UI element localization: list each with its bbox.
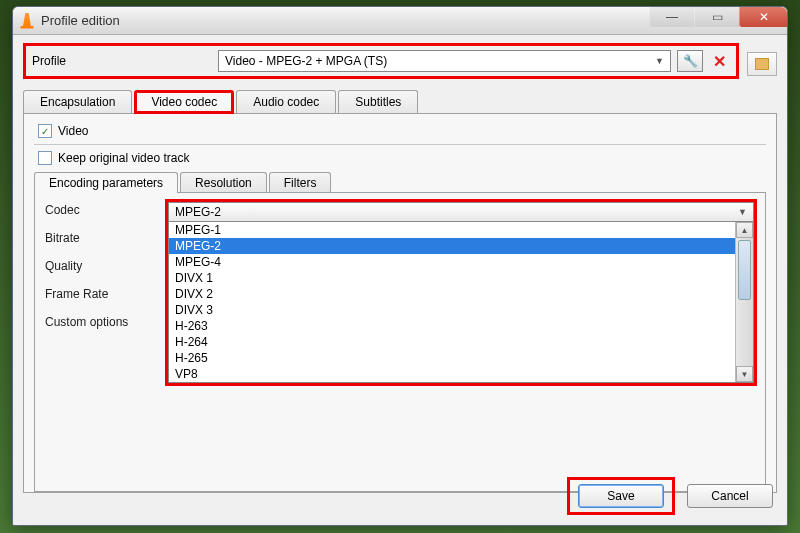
form-labels: Codec Bitrate Quality Frame Rate Custom … xyxy=(45,203,128,329)
subtab-encoding[interactable]: Encoding parameters xyxy=(34,172,178,193)
framerate-label: Frame Rate xyxy=(45,287,128,301)
scroll-track[interactable] xyxy=(736,302,753,366)
tab-audio-codec[interactable]: Audio codec xyxy=(236,90,336,114)
video-checkbox-label: Video xyxy=(58,124,88,138)
codec-option[interactable]: H-264 xyxy=(169,334,735,350)
scroll-down-button[interactable]: ▼ xyxy=(736,366,753,382)
cancel-button[interactable]: Cancel xyxy=(687,484,773,508)
profile-selected-text: Video - MPEG-2 + MPGA (TS) xyxy=(225,54,387,68)
video-codec-panel: Video Keep original video track Encoding… xyxy=(23,113,777,493)
chevron-down-icon: ▼ xyxy=(655,56,664,66)
codec-select[interactable]: MPEG-2 ▼ xyxy=(168,202,754,222)
scroll-up-button[interactable]: ▲ xyxy=(736,222,753,238)
delete-profile-button[interactable]: ✕ xyxy=(709,52,730,71)
tab-encapsulation[interactable]: Encapsulation xyxy=(23,90,132,114)
new-profile-icon xyxy=(755,58,769,70)
profile-edition-window: Profile edition — ▭ ✕ Profile Video - MP… xyxy=(12,6,788,526)
codec-selected-text: MPEG-2 xyxy=(175,205,221,219)
codec-option[interactable]: H-265 xyxy=(169,350,735,366)
profile-row: Profile Video - MPEG-2 + MPGA (TS) ▼ 🔧 ✕ xyxy=(23,43,739,79)
codec-option[interactable]: DIVX 3 xyxy=(169,302,735,318)
codec-option[interactable]: DIVX 2 xyxy=(169,286,735,302)
codec-option[interactable]: DIVX 1 xyxy=(169,270,735,286)
tab-subtitles[interactable]: Subtitles xyxy=(338,90,418,114)
divider xyxy=(34,144,766,145)
video-checkbox[interactable] xyxy=(38,124,52,138)
profile-label: Profile xyxy=(32,54,212,68)
codec-option[interactable]: VP8 xyxy=(169,366,735,382)
scrollbar[interactable]: ▲ ▼ xyxy=(735,222,753,382)
minimize-button[interactable]: — xyxy=(649,7,694,27)
codec-option[interactable]: H-263 xyxy=(169,318,735,334)
window-controls: — ▭ ✕ xyxy=(649,7,787,27)
keep-original-row: Keep original video track xyxy=(38,151,766,165)
encoding-subtabs: Encoding parameters Resolution Filters xyxy=(34,171,766,192)
keep-original-label: Keep original video track xyxy=(58,151,189,165)
subtab-resolution[interactable]: Resolution xyxy=(180,172,267,193)
codec-list: MPEG-1MPEG-2MPEG-4DIVX 1DIVX 2DIVX 3H-26… xyxy=(168,222,754,383)
codec-label: Codec xyxy=(45,203,128,217)
titlebar: Profile edition — ▭ ✕ xyxy=(13,7,787,35)
save-button[interactable]: Save xyxy=(578,484,664,508)
main-tabs: Encapsulation Video codec Audio codec Su… xyxy=(23,89,777,113)
maximize-button[interactable]: ▭ xyxy=(694,7,739,27)
custom-options-label: Custom options xyxy=(45,315,128,329)
dialog-footer: Save Cancel xyxy=(567,477,773,515)
wrench-icon: 🔧 xyxy=(683,54,698,68)
edit-profile-button[interactable]: 🔧 xyxy=(677,50,703,72)
window-title: Profile edition xyxy=(41,13,120,28)
subtab-filters[interactable]: Filters xyxy=(269,172,332,193)
codec-option[interactable]: MPEG-4 xyxy=(169,254,735,270)
codec-options: MPEG-1MPEG-2MPEG-4DIVX 1DIVX 2DIVX 3H-26… xyxy=(169,222,735,382)
codec-option[interactable]: MPEG-1 xyxy=(169,222,735,238)
video-checkbox-row: Video xyxy=(38,124,766,138)
encoding-parameters-panel: Codec Bitrate Quality Frame Rate Custom … xyxy=(34,192,766,492)
close-button[interactable]: ✕ xyxy=(739,7,787,27)
client-area: Profile Video - MPEG-2 + MPGA (TS) ▼ 🔧 ✕… xyxy=(13,35,787,501)
bitrate-label: Bitrate xyxy=(45,231,128,245)
scroll-thumb[interactable] xyxy=(738,240,751,300)
tab-video-codec[interactable]: Video codec xyxy=(134,90,234,114)
codec-option[interactable]: MPEG-2 xyxy=(169,238,735,254)
codec-dropdown: MPEG-2 ▼ MPEG-1MPEG-2MPEG-4DIVX 1DIVX 2D… xyxy=(165,199,757,386)
chevron-down-icon: ▼ xyxy=(738,207,747,217)
new-profile-button[interactable] xyxy=(747,52,777,76)
quality-label: Quality xyxy=(45,259,128,273)
save-highlight: Save xyxy=(567,477,675,515)
vlc-cone-icon xyxy=(19,13,35,29)
profile-select[interactable]: Video - MPEG-2 + MPGA (TS) ▼ xyxy=(218,50,671,72)
keep-original-checkbox[interactable] xyxy=(38,151,52,165)
